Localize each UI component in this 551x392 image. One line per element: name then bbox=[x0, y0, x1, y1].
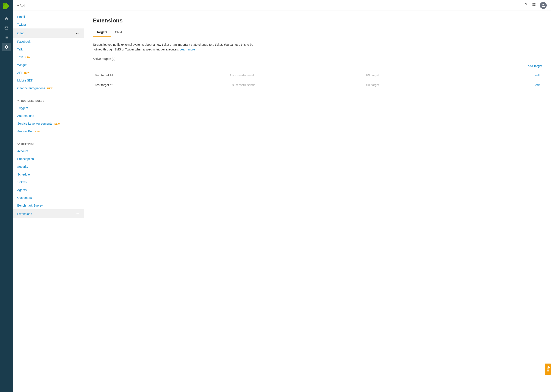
sidebar-item-extensions[interactable]: Extensions ← bbox=[13, 209, 84, 218]
target-name: Test target #1 bbox=[93, 70, 228, 80]
sidebar-item-tickets[interactable]: Tickets bbox=[13, 178, 84, 186]
table-row: Test target #1 1 successful send URL tar… bbox=[93, 70, 542, 80]
add-target-arrow: ↓ bbox=[528, 57, 542, 64]
main-wrapper: + Add Email Twitter Chat ← Facebook bbox=[13, 0, 551, 392]
divider-2 bbox=[17, 137, 80, 137]
sla-new-badge: NEW bbox=[55, 123, 60, 125]
icon-nav bbox=[0, 0, 13, 392]
sidebar-item-mobile-sdk[interactable]: Mobile SDK bbox=[13, 77, 84, 84]
add-target-link[interactable]: add target bbox=[528, 64, 542, 68]
nav-home-icon[interactable] bbox=[2, 14, 11, 23]
nav-tickets-icon[interactable] bbox=[2, 24, 11, 32]
target-type: URL target bbox=[363, 80, 497, 90]
sidebar: Email Twitter Chat ← Facebook Talk Text … bbox=[13, 11, 84, 392]
tabs: Targets CRM bbox=[93, 28, 542, 37]
search-icon[interactable] bbox=[524, 3, 528, 8]
sidebar-item-automations[interactable]: Automations bbox=[13, 112, 84, 120]
tab-targets[interactable]: Targets bbox=[93, 28, 111, 37]
page-title: Extensions bbox=[93, 17, 542, 24]
sidebar-item-benchmark-survey[interactable]: Benchmark Survey bbox=[13, 202, 84, 209]
learn-more-link[interactable]: Learn more bbox=[180, 48, 195, 51]
targets-table: Test target #1 1 successful send URL tar… bbox=[93, 70, 542, 90]
topbar: + Add bbox=[13, 0, 551, 11]
target-edit[interactable]: edit bbox=[497, 80, 542, 90]
target-name: Test target #2 bbox=[93, 80, 228, 90]
tab-crm[interactable]: CRM bbox=[111, 28, 126, 37]
add-target-area: ↓ add target bbox=[528, 57, 542, 68]
settings-header: ⚙ SETTINGS bbox=[13, 139, 84, 147]
business-rules-icon: ✎ bbox=[17, 99, 20, 102]
sidebar-item-facebook[interactable]: Facebook bbox=[13, 38, 84, 45]
table-row: Test target #2 0 successful sends URL ta… bbox=[93, 80, 542, 90]
sidebar-item-sla[interactable]: Service Level Agreements NEW bbox=[13, 120, 84, 127]
sidebar-item-channel-integrations[interactable]: Channel Integrations NEW bbox=[13, 84, 84, 92]
target-sends: 0 successful sends bbox=[228, 80, 363, 90]
target-type: URL target bbox=[363, 70, 497, 80]
sidebar-item-text[interactable]: Text NEW bbox=[13, 53, 84, 61]
add-button[interactable]: + Add bbox=[17, 4, 25, 7]
sidebar-item-chat[interactable]: Chat ← bbox=[13, 28, 84, 38]
target-edit[interactable]: edit bbox=[497, 70, 542, 80]
active-targets-label: Active targets (2) bbox=[93, 57, 116, 61]
sidebar-item-security[interactable]: Security bbox=[13, 163, 84, 171]
ab-new-badge: NEW bbox=[35, 130, 40, 133]
help-button[interactable]: Help bbox=[545, 364, 551, 375]
content-area: Email Twitter Chat ← Facebook Talk Text … bbox=[13, 11, 551, 392]
sidebar-item-talk[interactable]: Talk bbox=[13, 45, 84, 53]
nav-reports-icon[interactable] bbox=[2, 33, 11, 42]
app-logo[interactable] bbox=[3, 2, 10, 10]
sidebar-item-triggers[interactable]: Triggers bbox=[13, 104, 84, 112]
channel-new-badge: NEW bbox=[47, 87, 53, 90]
grid-icon[interactable] bbox=[532, 3, 536, 8]
sidebar-item-answer-bot[interactable]: Answer Bot NEW bbox=[13, 127, 84, 135]
avatar[interactable] bbox=[540, 2, 547, 9]
sidebar-item-twitter[interactable]: Twitter bbox=[13, 21, 84, 28]
sidebar-item-schedule[interactable]: Schedule bbox=[13, 171, 84, 178]
sidebar-item-api[interactable]: API NEW bbox=[13, 69, 84, 77]
business-rules-header: ✎ BUSINESS RULES bbox=[13, 96, 84, 104]
sidebar-item-email[interactable]: Email bbox=[13, 13, 84, 21]
sidebar-item-widget[interactable]: Widget bbox=[13, 61, 84, 69]
sidebar-item-account[interactable]: Account bbox=[13, 147, 84, 155]
sidebar-item-customers[interactable]: Customers bbox=[13, 194, 84, 202]
settings-gear-icon: ⚙ bbox=[17, 142, 20, 146]
topbar-left: + Add bbox=[17, 4, 25, 7]
extensions-arrow: ← bbox=[76, 211, 80, 216]
nav-settings-icon[interactable] bbox=[2, 43, 11, 51]
topbar-right bbox=[524, 2, 547, 9]
sidebar-item-agents[interactable]: Agents bbox=[13, 186, 84, 194]
page-content: Extensions Targets CRM Targets let you n… bbox=[84, 11, 551, 392]
target-sends: 1 successful send bbox=[228, 70, 363, 80]
api-new-badge: NEW bbox=[24, 72, 29, 74]
description-text: Targets let you notify external systems … bbox=[93, 42, 257, 52]
text-new-badge: NEW bbox=[25, 56, 30, 59]
chat-arrow: ← bbox=[75, 31, 80, 35]
sidebar-item-subscription[interactable]: Subscription bbox=[13, 155, 84, 163]
active-targets-header: Active targets (2) ↓ add target bbox=[93, 57, 542, 68]
